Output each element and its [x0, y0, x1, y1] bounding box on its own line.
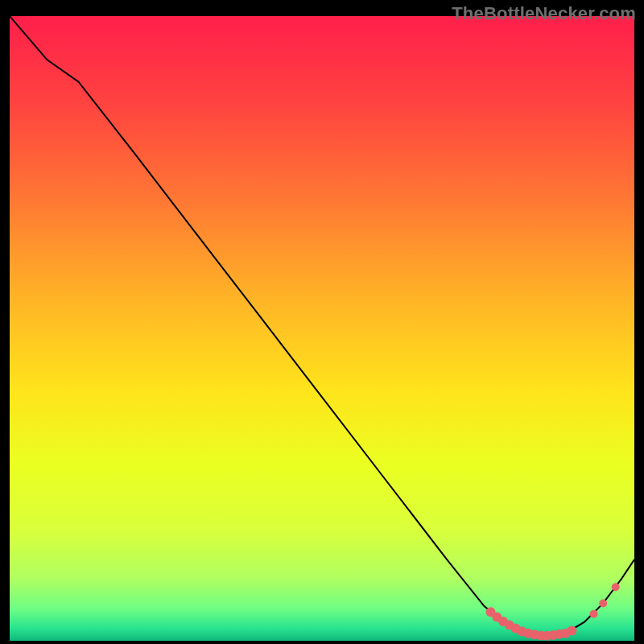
watermark-text: TheBottleNecker.com: [452, 3, 636, 24]
highlight-marker: [612, 583, 620, 591]
chart-frame: TheBottleNecker.com: [0, 0, 644, 644]
chart-svg: [10, 16, 634, 641]
highlight-marker: [599, 599, 607, 607]
plot-area: [10, 16, 634, 641]
gradient-background: [10, 16, 634, 641]
highlight-marker: [590, 610, 598, 618]
highlight-marker: [567, 626, 576, 636]
